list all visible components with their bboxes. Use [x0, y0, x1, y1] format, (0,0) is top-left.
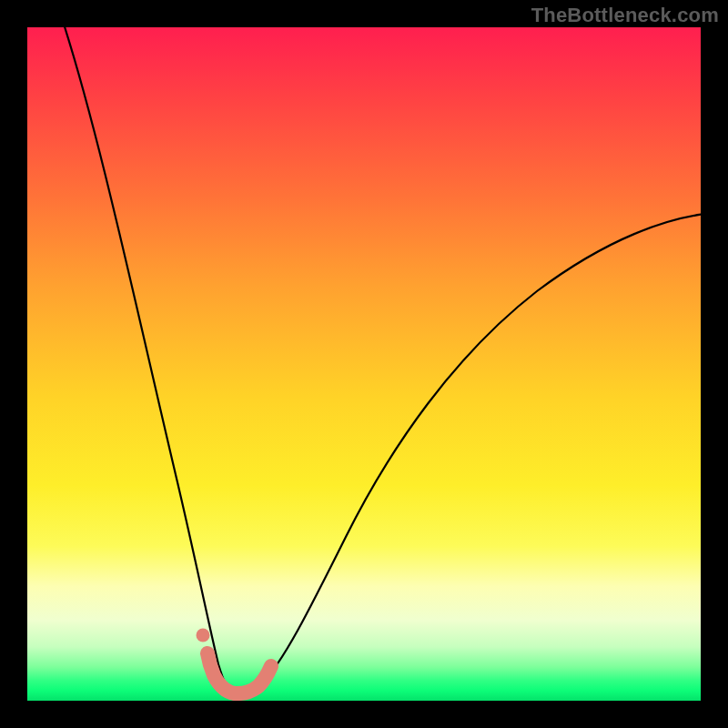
- marker-dot: [197, 629, 210, 642]
- curve-path: [62, 27, 701, 693]
- watermark-text: TheBottleneck.com: [531, 4, 719, 27]
- chart-frame: TheBottleneck.com: [0, 0, 728, 728]
- bottleneck-curve: [27, 27, 701, 701]
- plot-area: [27, 27, 701, 701]
